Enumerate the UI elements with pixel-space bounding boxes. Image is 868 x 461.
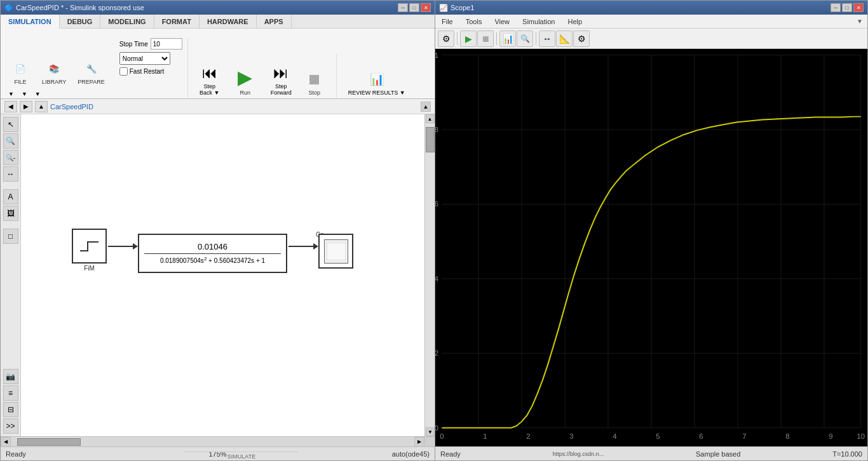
svg-text:9: 9: [829, 433, 832, 441]
close-button[interactable]: ✕: [421, 3, 431, 12]
step-signal-icon: [78, 237, 100, 256]
camera-tool[interactable]: 📷: [3, 369, 18, 384]
scroll-left-button[interactable]: ◀: [1, 437, 11, 447]
tab-hardware[interactable]: HARDWARE: [200, 15, 257, 29]
step-forward-icon: ⏭: [271, 63, 291, 83]
expand-tool[interactable]: >>: [3, 418, 18, 434]
svg-text:2: 2: [526, 433, 530, 441]
tf-denominator: 0.0189007504s2 + 0.560423472s + 1: [144, 254, 281, 264]
minimize-button[interactable]: ─: [398, 3, 408, 12]
breadcrumb-link[interactable]: CarSpeedPID: [50, 103, 93, 110]
library-button[interactable]: 📚 LIBRARY: [37, 57, 71, 87]
select-tool[interactable]: ↖: [3, 117, 18, 132]
prepare-dropdown[interactable]: ▼: [32, 90, 43, 98]
file-button[interactable]: 📄 FILE: [6, 57, 35, 87]
scope-close-button[interactable]: ✕: [853, 3, 864, 12]
breadcrumb-bar: ◀ ▶ ▲ CarSpeedPID ▲: [1, 99, 435, 114]
review-results-button[interactable]: 📊 REVIEW RESULTS ▼: [344, 67, 409, 98]
status-ready: Ready: [6, 450, 147, 458]
svg-text:7: 7: [742, 433, 746, 441]
stop-time-row: Stop Time: [119, 38, 182, 50]
image-tool[interactable]: 🖼: [3, 206, 18, 221]
tf-block[interactable]: 0.01046 0.0189007504s2 + 0.560423472s + …: [138, 234, 287, 273]
stop-button[interactable]: ⏹ Stop: [301, 67, 329, 98]
step-forward-button[interactable]: ⏭ Step Forward: [267, 60, 295, 98]
scope-settings-group: ⚙: [438, 30, 454, 47]
menu-simulation[interactable]: Simulation: [519, 17, 559, 27]
scope-time: T=10.000: [832, 450, 862, 458]
stop-time-input[interactable]: [151, 38, 182, 50]
text-tool[interactable]: A: [3, 189, 18, 204]
svg-text:0.8: 0.8: [435, 126, 438, 133]
tab-modeling[interactable]: MODELING: [100, 15, 154, 29]
tab-simulation[interactable]: SIMULATION: [1, 15, 60, 29]
file-dropdown[interactable]: ▼: [6, 90, 17, 98]
scroll-right-button[interactable]: ▶: [414, 437, 424, 447]
svg-rect-0: [327, 243, 346, 260]
run-button[interactable]: ▶ Run: [229, 62, 262, 98]
conn-arrow-1: [133, 243, 138, 250]
zoom-in-tool[interactable]: 🔍: [3, 133, 18, 149]
scope-data-button[interactable]: 📊: [499, 30, 516, 47]
scope-block[interactable]: [318, 234, 353, 269]
step-back-button[interactable]: ⏮ Step Back ▼: [196, 60, 224, 98]
h-scrollbar[interactable]: ◀ ▶: [1, 436, 435, 446]
tab-format[interactable]: FORMAT: [154, 15, 200, 29]
prepare-button[interactable]: 🔧 PREPARE: [73, 57, 109, 87]
scope-zoomin-button[interactable]: 🔍: [517, 30, 533, 47]
scope-stop-button[interactable]: ⏹: [477, 30, 494, 47]
scope-title: Scope1: [451, 4, 474, 11]
scope-config-button[interactable]: ⚙: [573, 30, 590, 47]
expand-button[interactable]: ▼: [855, 17, 865, 27]
library-dropdown[interactable]: ▼: [19, 90, 30, 98]
right-scrollbar[interactable]: ▲ ▼: [424, 114, 435, 436]
scope-status-ready: Ready: [440, 450, 461, 458]
tab-debug[interactable]: DEBUG: [60, 15, 101, 29]
back-button[interactable]: ◀: [4, 101, 17, 112]
menu-tools[interactable]: Tools: [462, 17, 486, 27]
scope-maximize-button[interactable]: □: [842, 3, 852, 12]
scope-plot[interactable]: 1 0.8 0.6 0.4 0.2 0 0 1 2 3 4 5 6 7 8 9 …: [435, 49, 867, 446]
sep2: [496, 32, 497, 45]
menu-help[interactable]: Help: [564, 17, 586, 27]
left-tool-2[interactable]: ≡: [3, 385, 18, 401]
collapse-ribbon-button[interactable]: ▲: [421, 102, 431, 112]
scope-settings-button[interactable]: ⚙: [438, 30, 454, 47]
svg-text:8: 8: [785, 433, 789, 441]
canvas-left-btn1[interactable]: □: [3, 229, 18, 244]
fast-restart-checkbox[interactable]: [119, 67, 128, 76]
stop-icon: ⏹: [304, 69, 325, 90]
tab-apps[interactable]: APPS: [257, 15, 292, 29]
svg-text:3: 3: [569, 433, 573, 441]
menu-view[interactable]: View: [491, 17, 513, 27]
pan-tool[interactable]: ↔: [3, 166, 18, 182]
mode-select[interactable]: Normal Accelerator Rapid Accelerator: [119, 52, 170, 65]
tf-numerator: 0.01046: [144, 242, 281, 254]
svg-text:0.2: 0.2: [435, 349, 438, 357]
forward-button[interactable]: ▶: [20, 101, 32, 112]
step-block[interactable]: FiM: [72, 229, 107, 272]
scope-minimize-button[interactable]: ─: [831, 3, 841, 12]
simulink-app-icon: 🔷: [4, 4, 13, 12]
svg-text:1: 1: [435, 51, 438, 59]
menu-file[interactable]: File: [438, 17, 457, 27]
h-scroll-track[interactable]: [11, 438, 414, 446]
h-scroll-thumb[interactable]: [17, 438, 81, 446]
zoom-out-tool[interactable]: 🔍-: [3, 150, 18, 165]
scrollbar-thumb[interactable]: [426, 127, 435, 152]
scroll-down-button[interactable]: ▼: [426, 427, 435, 436]
scroll-up-button[interactable]: ▲: [426, 114, 435, 123]
svg-text:4: 4: [613, 433, 616, 441]
scope-run-button[interactable]: ▶: [460, 30, 477, 47]
stop-time-label: Stop Time: [119, 41, 148, 48]
svg-text:0.6: 0.6: [435, 201, 438, 208]
scope-scale-button[interactable]: 📐: [556, 30, 573, 47]
resize-corner: [424, 437, 435, 447]
canvas-viewport[interactable]: FiM 0.01046 0.0189007504s2 + 0.560423472…: [21, 114, 424, 436]
svg-text:0: 0: [440, 433, 444, 441]
scope-fit-button[interactable]: ↔: [539, 30, 555, 47]
left-tool-3[interactable]: ⊟: [3, 402, 18, 417]
maximize-button[interactable]: □: [409, 3, 419, 12]
step-block-label: FiM: [72, 265, 107, 272]
up-button[interactable]: ▲: [35, 101, 48, 112]
